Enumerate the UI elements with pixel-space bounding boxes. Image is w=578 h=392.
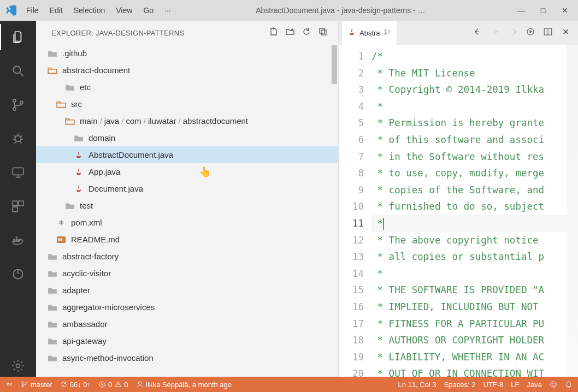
tree-item-abstract-document[interactable]: abstract-document <box>36 62 338 79</box>
tree-item-adapter[interactable]: adapter <box>36 282 338 299</box>
line-number[interactable]: 15 <box>339 282 364 299</box>
tree-item-test[interactable]: test <box>36 197 338 214</box>
close-button[interactable]: ✕ <box>561 6 569 15</box>
forward-arrow-button[interactable] <box>507 27 519 39</box>
tree-item-api-gateway[interactable]: api-gateway <box>36 332 338 349</box>
activity-extensions[interactable] <box>7 195 29 217</box>
tree-item-acyclic-visitor[interactable]: acyclic-visitor <box>36 265 338 282</box>
tree-item-abstract-factory[interactable]: abstract-factory <box>36 248 338 265</box>
tree-item-domain[interactable]: domain <box>36 129 338 146</box>
tree-item--github[interactable]: .github <box>36 45 338 62</box>
status-errors[interactable]: 0 0 <box>98 381 128 389</box>
activity-docker[interactable] <box>7 229 29 251</box>
activity-scm[interactable] <box>7 94 29 116</box>
status-branch[interactable]: master <box>21 381 52 389</box>
line-number[interactable]: 10 <box>339 198 364 215</box>
menu-view[interactable]: View <box>116 6 132 15</box>
activity-power[interactable] <box>7 263 29 285</box>
line-number[interactable]: 1 <box>339 48 364 65</box>
line-number[interactable]: 17 <box>339 316 364 332</box>
status-feedback[interactable] <box>550 381 557 388</box>
code-line[interactable]: * Permission is hereby grante <box>371 115 578 132</box>
tree-item-src[interactable]: src <box>36 96 338 112</box>
code-line[interactable]: * OUT OF OR IN CONNECTION WIT <box>371 365 578 377</box>
new-folder-button[interactable] <box>286 27 294 38</box>
code-line[interactable]: * copies of the Software, and <box>371 182 578 199</box>
code-line[interactable]: * <box>371 98 578 115</box>
activity-settings[interactable] <box>7 355 29 377</box>
line-number[interactable]: 12 <box>339 232 364 249</box>
collapse-all-button[interactable] <box>319 27 327 38</box>
code-line[interactable]: * furnished to do so, subject <box>371 198 578 215</box>
new-file-button[interactable] <box>269 27 278 38</box>
code-view[interactable]: 1234567891011121314151617181920 👆 /* * T… <box>339 45 578 377</box>
line-number[interactable]: 11 <box>339 215 364 232</box>
menu-edit[interactable]: Edit <box>50 6 63 15</box>
maximize-button[interactable]: □ <box>539 6 547 15</box>
go-forward-button[interactable] <box>489 27 502 39</box>
menu-selection[interactable]: Selection <box>74 6 105 15</box>
status-remote[interactable] <box>5 381 13 388</box>
line-number[interactable]: 4 <box>339 98 364 115</box>
run-button[interactable] <box>524 27 536 39</box>
line-number[interactable]: 6 <box>339 132 364 149</box>
code-line[interactable]: * in the Software without res <box>371 149 578 165</box>
activity-explorer[interactable] <box>7 26 29 48</box>
menu-file[interactable]: File <box>26 6 39 15</box>
code-line[interactable]: * THE SOFTWARE IS PROVIDED "A <box>371 282 578 299</box>
tree-item-pom-xml[interactable]: ✶pom.xml <box>36 214 338 231</box>
tree-item-ambassador[interactable]: ambassador <box>36 316 338 332</box>
line-number[interactable]: 16 <box>339 299 364 316</box>
menu-more[interactable]: ··· <box>164 6 171 15</box>
tree-item-readme-md[interactable]: M↓README.md <box>36 231 338 248</box>
status-spaces[interactable]: Spaces: 2 <box>444 381 476 389</box>
code-line[interactable]: * all copies or substantial p <box>371 248 578 265</box>
tree-scrollbar[interactable] <box>332 45 337 84</box>
status-eol[interactable]: LF <box>511 381 519 389</box>
line-number[interactable]: 8 <box>339 165 364 182</box>
tree-item-async-method-invocation[interactable]: async-method-invocation <box>36 349 338 366</box>
line-number[interactable]: 3 <box>339 81 364 98</box>
code-line[interactable]: * to use, copy, modify, merge <box>371 165 578 182</box>
line-number[interactable]: 19 <box>339 349 364 366</box>
code-line[interactable]: * IMPLIED, INCLUDING BUT NOT <box>371 299 578 316</box>
minimap[interactable] <box>567 45 578 377</box>
code-line[interactable]: * The MIT License <box>371 65 578 82</box>
activity-debug[interactable] <box>7 128 29 150</box>
line-number[interactable]: 13 <box>339 248 364 265</box>
code-line[interactable]: * LIABILITY, WHETHER IN AN AC <box>371 349 578 366</box>
status-blame[interactable]: Ilkka Seppälä, a month ago <box>136 381 232 389</box>
code-line[interactable]: * of this software and associ <box>371 132 578 149</box>
status-sync[interactable]: 66↓ 0↑ <box>60 381 91 389</box>
line-number[interactable]: 7 <box>339 149 364 165</box>
code-line[interactable]: * <box>371 215 578 232</box>
tab-scm-status-icon[interactable] <box>384 28 391 38</box>
line-number[interactable]: 20 <box>339 365 364 377</box>
file-tree[interactable]: .githubabstract-documentetcsrcmain/java/… <box>36 45 338 377</box>
split-editor-button[interactable] <box>542 27 554 39</box>
line-number[interactable]: 14 <box>339 265 364 282</box>
code-line[interactable]: /* <box>371 48 578 65</box>
status-position[interactable]: Ln 11, Col 3 <box>398 381 437 389</box>
tree-item-abstractdocument-java[interactable]: AbstractDocument.java <box>36 146 338 163</box>
line-number[interactable]: 9 <box>339 182 364 199</box>
tree-breadcrumb[interactable]: main/java/com/iluwatar/abstractdocument <box>36 112 338 129</box>
code-line[interactable]: * <box>371 265 578 282</box>
code-line[interactable]: * Copyright © 2014-2019 Ilkka <box>371 81 578 98</box>
line-number[interactable]: 18 <box>339 332 364 349</box>
refresh-button[interactable] <box>302 27 311 38</box>
code-line[interactable]: * FITNESS FOR A PARTICULAR PU <box>371 316 578 332</box>
line-number[interactable]: 5 <box>339 115 364 132</box>
menu-go[interactable]: Go <box>143 6 154 15</box>
tab-close-button[interactable]: ✕ <box>559 27 571 39</box>
minimize-button[interactable]: — <box>517 6 526 15</box>
line-number[interactable]: 2 <box>339 65 364 82</box>
activity-remote[interactable] <box>7 162 29 183</box>
tree-item-app-java[interactable]: App.java <box>36 163 338 180</box>
tree-item-aggregator-microservices[interactable]: aggregator-microservices <box>36 299 338 316</box>
status-language[interactable]: Java <box>527 381 542 389</box>
tree-item-document-java[interactable]: Document.java <box>36 180 338 197</box>
code-line[interactable]: * AUTHORS OR COPYRIGHT HOLDER <box>371 332 578 349</box>
tab-abstractdocument[interactable]: Abstra <box>342 21 397 45</box>
tree-item-etc[interactable]: etc <box>36 79 338 96</box>
